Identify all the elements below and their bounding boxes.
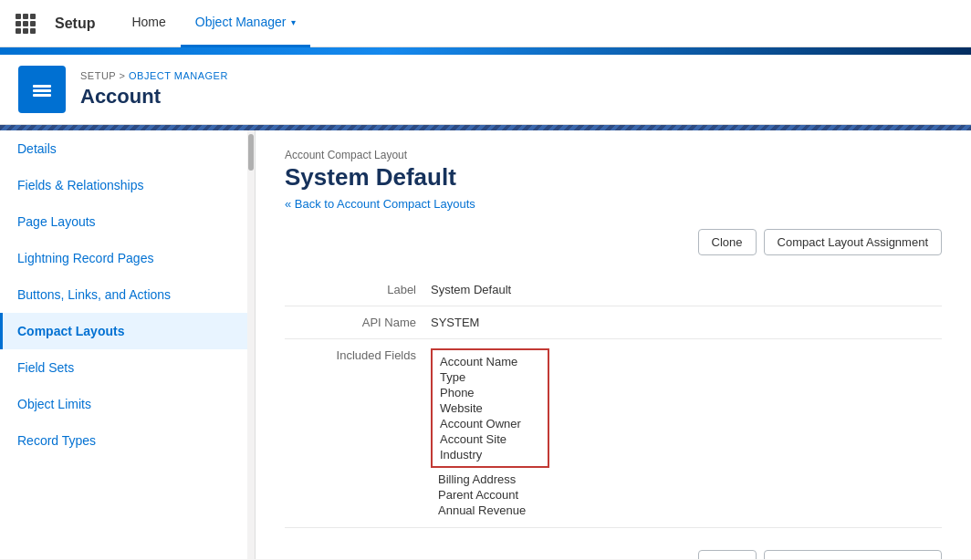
sidebar-item-fields-relationships[interactable]: Fields & Relationships xyxy=(0,167,255,203)
list-item: Annual Revenue xyxy=(438,503,942,518)
sidebar: Details Fields & Relationships Page Layo… xyxy=(0,130,256,559)
list-item: Account Name xyxy=(440,354,540,369)
label-field-label: Label xyxy=(285,274,431,306)
object-header-text: SETUP > OBJECT MANAGER Account xyxy=(80,70,228,109)
main-layout: Details Fields & Relationships Page Layo… xyxy=(0,130,971,559)
bottom-button-row: Clone Compact Layout Assignment xyxy=(285,550,942,559)
label-field-value: System Default xyxy=(431,274,942,306)
page-title: Account xyxy=(80,85,228,109)
compact-layout-assignment-button-bottom[interactable]: Compact Layout Assignment xyxy=(764,550,942,559)
chevron-down-icon: ▾ xyxy=(291,17,296,27)
layers-icon xyxy=(29,77,55,102)
top-decorative-band xyxy=(0,47,971,55)
breadcrumb-object-manager-link[interactable]: OBJECT MANAGER xyxy=(129,70,228,81)
sidebar-item-object-limits[interactable]: Object Limits xyxy=(0,386,255,422)
sidebar-scrollbar xyxy=(247,130,255,559)
clone-button-bottom[interactable]: Clone xyxy=(698,550,757,559)
list-item: Industry xyxy=(440,447,540,462)
sidebar-item-record-types[interactable]: Record Types xyxy=(0,422,255,459)
api-name-value: SYSTEM xyxy=(431,306,942,339)
svg-rect-0 xyxy=(33,89,51,92)
sidebar-item-buttons-links-actions[interactable]: Buttons, Links, and Actions xyxy=(0,276,255,313)
compact-layout-title: System Default xyxy=(285,163,942,192)
content-area: Account Compact Layout System Default « … xyxy=(256,130,971,559)
top-navigation: Setup Home Object Manager ▾ xyxy=(0,0,971,47)
clone-button-top[interactable]: Clone xyxy=(698,229,757,255)
list-item: Phone xyxy=(440,385,540,400)
object-header: SETUP > OBJECT MANAGER Account xyxy=(0,55,971,125)
table-row-api-name: API Name SYSTEM xyxy=(285,306,942,339)
fields-list-extra: Billing Address Parent Account Annual Re… xyxy=(431,468,942,518)
tab-home[interactable]: Home xyxy=(117,0,180,47)
list-item: Website xyxy=(440,400,540,416)
scrollbar-thumb[interactable] xyxy=(248,134,254,171)
list-item: Billing Address xyxy=(438,472,942,487)
app-launcher-icon xyxy=(16,14,36,34)
svg-rect-1 xyxy=(33,85,51,88)
api-name-label: API Name xyxy=(285,306,431,339)
breadcrumb: SETUP > OBJECT MANAGER xyxy=(80,70,228,81)
included-fields-boxed: Account Name Type Phone Website Account … xyxy=(431,348,549,468)
fields-list-boxed: Account Name Type Phone Website Account … xyxy=(440,354,540,462)
included-fields-value: Account Name Type Phone Website Account … xyxy=(431,339,942,528)
list-item: Type xyxy=(440,369,540,385)
nav-tabs: Home Object Manager ▾ xyxy=(117,0,310,47)
account-icon xyxy=(18,66,66,113)
sidebar-item-compact-layouts[interactable]: Compact Layouts xyxy=(0,313,255,349)
list-item: Account Owner xyxy=(440,416,540,431)
top-button-row: Clone Compact Layout Assignment xyxy=(285,229,942,255)
sidebar-item-details[interactable]: Details xyxy=(0,130,255,167)
tab-object-manager[interactable]: Object Manager ▾ xyxy=(181,0,311,47)
included-fields-label: Included Fields xyxy=(285,339,431,528)
app-launcher-button[interactable] xyxy=(11,9,40,38)
table-row-included-fields: Included Fields Account Name Type Phone … xyxy=(285,339,942,528)
sidebar-item-field-sets[interactable]: Field Sets xyxy=(0,349,255,386)
setup-label: Setup xyxy=(55,16,95,32)
list-item: Account Site xyxy=(440,431,540,447)
back-link[interactable]: « Back to Account Compact Layouts xyxy=(285,197,475,211)
svg-rect-2 xyxy=(33,94,51,97)
sidebar-item-page-layouts[interactable]: Page Layouts xyxy=(0,203,255,240)
detail-table: Label System Default API Name SYSTEM Inc… xyxy=(285,274,942,528)
sidebar-item-lightning-record-pages[interactable]: Lightning Record Pages xyxy=(0,240,255,276)
compact-layout-label: Account Compact Layout xyxy=(285,149,942,161)
content-inner: Account Compact Layout System Default « … xyxy=(256,130,971,559)
list-item: Parent Account xyxy=(438,487,942,503)
compact-layout-assignment-button-top[interactable]: Compact Layout Assignment xyxy=(764,229,942,255)
table-row-label: Label System Default xyxy=(285,274,942,306)
